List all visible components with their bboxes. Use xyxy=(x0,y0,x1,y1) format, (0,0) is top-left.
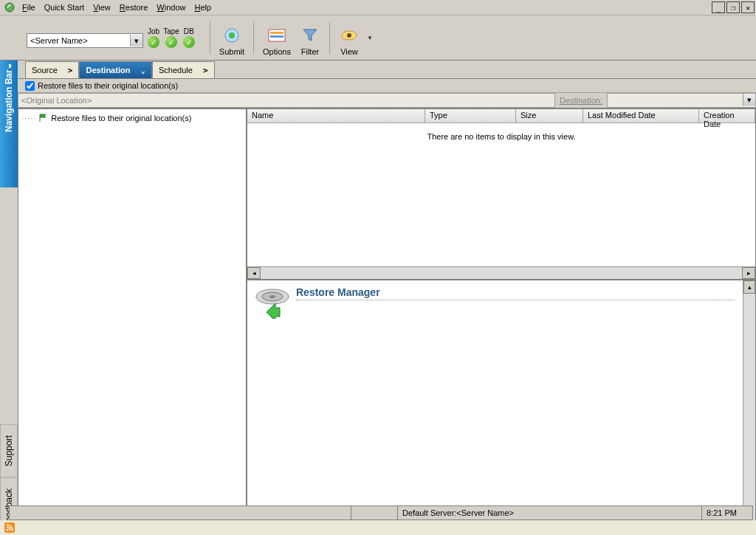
left-rail: Navigation Bar ›› Support Feedback xyxy=(0,61,18,535)
submit-button[interactable]: Submit xyxy=(215,19,249,56)
svg-point-11 xyxy=(7,529,9,531)
chevron-icon: ›› xyxy=(8,61,10,71)
lower-pane: Restore Manager ▴ ▾ xyxy=(247,280,756,535)
vertical-scrollbar[interactable]: ▴ ▾ xyxy=(743,280,755,535)
view-icon xyxy=(339,25,360,46)
navigation-bar-toggle[interactable]: Navigation Bar ›› xyxy=(0,61,18,187)
tree-pane[interactable]: ····· Restore files to their original lo… xyxy=(18,108,247,535)
bottom-bar xyxy=(0,520,756,535)
chevron-down-icon: ⌄ xyxy=(140,66,145,75)
menu-file[interactable]: File xyxy=(18,1,40,13)
filter-button[interactable]: Filter xyxy=(295,19,325,56)
destination-combo[interactable]: ▾ xyxy=(607,93,756,108)
server-name-combo[interactable]: <Server Name> ▾ xyxy=(27,33,143,48)
svg-rect-5 xyxy=(270,35,284,38)
restore-original-option: Restore files to their original location… xyxy=(18,79,756,93)
list-pane: Name Type Size Last Modified Date Creati… xyxy=(247,108,756,280)
arrow-icon: > xyxy=(203,66,208,75)
status-db: DB✓ xyxy=(183,27,195,48)
tab-schedule[interactable]: Schedule> xyxy=(152,61,215,78)
menu-help[interactable]: Help xyxy=(190,1,216,13)
status-default-server: Default Server:<Server Name> xyxy=(398,506,702,520)
svg-point-2 xyxy=(229,32,235,38)
svg-point-10 xyxy=(269,295,275,298)
col-name[interactable]: Name xyxy=(247,109,425,122)
scroll-up-icon[interactable]: ▴ xyxy=(743,280,755,294)
menu-quick-start[interactable]: Quick Start xyxy=(40,1,89,13)
col-size[interactable]: Size xyxy=(516,109,583,122)
disk-icon xyxy=(253,286,292,319)
column-headers: Name Type Size Last Modified Date Creati… xyxy=(247,109,755,123)
svg-point-7 xyxy=(347,33,351,38)
menu-bar: File Quick Start View Restore Window Hel… xyxy=(0,0,756,15)
app-icon xyxy=(4,1,16,13)
close-button[interactable]: ✕ xyxy=(741,1,755,13)
original-location-field: <Original Location> xyxy=(18,93,555,108)
status-time: 8:21 PM xyxy=(702,506,752,520)
arrow-icon: > xyxy=(68,66,73,75)
view-dropdown-caret[interactable]: ▼ xyxy=(367,35,373,41)
flag-icon xyxy=(39,114,48,122)
menu-restore[interactable]: Restore xyxy=(115,1,153,13)
restore-original-label: Restore files to their original location… xyxy=(38,81,178,90)
svg-rect-4 xyxy=(270,32,284,34)
tabs: Source> Destination⌄ Schedule> xyxy=(18,61,756,79)
server-name-value: <Server Name> xyxy=(30,36,88,45)
combo-dropdown-icon[interactable]: ▾ xyxy=(743,94,755,106)
status-cell-2 xyxy=(351,506,398,520)
combo-dropdown-icon[interactable]: ▾ xyxy=(130,35,142,46)
check-icon: ✓ xyxy=(148,36,159,48)
support-button[interactable]: Support xyxy=(0,424,18,477)
scroll-right-icon[interactable]: ▸ xyxy=(742,267,755,279)
tree-item-restore-original[interactable]: ····· Restore files to their original lo… xyxy=(21,114,243,122)
status-tape: Tape✓ xyxy=(163,27,179,48)
scroll-left-icon[interactable]: ◂ xyxy=(247,267,261,279)
tab-destination[interactable]: Destination⌄ xyxy=(79,61,152,78)
check-icon: ✓ xyxy=(165,36,177,48)
filter-icon xyxy=(300,25,320,46)
minimize-button[interactable]: _ xyxy=(712,1,725,13)
restore-manager-title: Restore Manager xyxy=(296,286,735,300)
status-job: Job✓ xyxy=(148,27,159,48)
col-last-modified[interactable]: Last Modified Date xyxy=(583,109,699,122)
empty-message: There are no items to display in this vi… xyxy=(247,123,755,266)
toolbar: <Server Name> ▾ Job✓ Tape✓ DB✓ Submit Op… xyxy=(0,15,756,61)
options-button[interactable]: Options xyxy=(258,19,295,56)
submit-icon xyxy=(221,25,242,46)
svg-point-0 xyxy=(5,3,14,12)
horizontal-scrollbar[interactable]: ◂ ▸ xyxy=(247,266,755,279)
col-creation-date[interactable]: Creation Date xyxy=(699,109,755,122)
restore-button[interactable]: ❐ xyxy=(726,1,740,13)
status-cell-1 xyxy=(10,506,351,520)
menu-view[interactable]: View xyxy=(89,1,115,13)
window-controls: _ ❐ ✕ xyxy=(710,1,755,13)
restore-original-checkbox[interactable] xyxy=(25,81,35,91)
rss-icon[interactable] xyxy=(4,522,15,533)
menu-window[interactable]: Window xyxy=(152,1,190,13)
status-bar: Default Server:<Server Name> 8:21 PM xyxy=(9,505,753,520)
options-icon xyxy=(267,25,287,46)
destination-label: Destination: xyxy=(555,96,607,105)
location-row: <Original Location> Destination: ▾ xyxy=(18,93,756,108)
check-icon: ✓ xyxy=(183,36,195,48)
view-button[interactable]: View xyxy=(334,19,364,56)
col-type[interactable]: Type xyxy=(425,109,516,122)
tab-source[interactable]: Source> xyxy=(25,61,79,78)
